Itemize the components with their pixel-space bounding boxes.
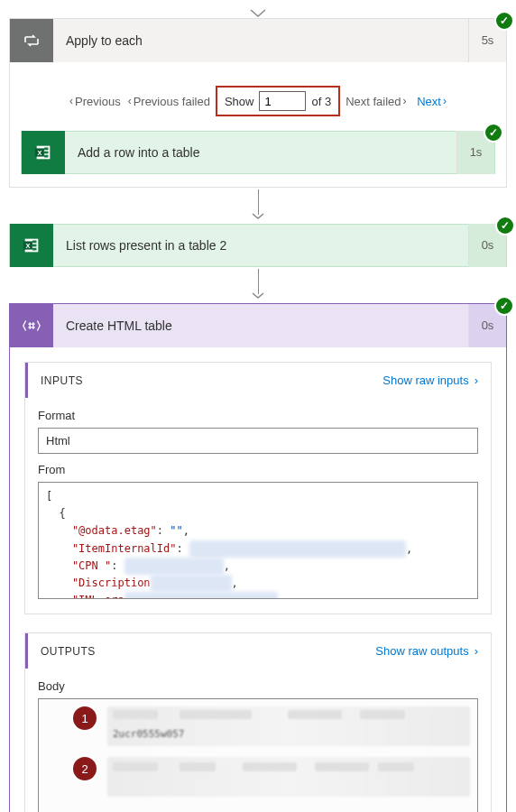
- format-value: Html: [38, 428, 478, 454]
- excel-icon: X: [10, 224, 53, 267]
- next-failed-button[interactable]: Next failed›: [346, 95, 408, 108]
- annotation-badge-2: 2: [73, 757, 97, 780]
- create-html-title: Create HTML table: [53, 318, 468, 333]
- inputs-heading: INPUTS: [41, 374, 382, 387]
- table-row: 1 2ucr0555w057: [46, 706, 470, 746]
- list-rows-title: List rows present in a table 2: [53, 238, 468, 253]
- previous-button[interactable]: ‹Previous: [68, 95, 121, 108]
- svg-rect-8: [32, 245, 37, 247]
- data-operation-icon: [10, 304, 53, 347]
- svg-text:X: X: [25, 242, 30, 250]
- svg-rect-2: [44, 152, 49, 154]
- svg-rect-9: [32, 248, 37, 251]
- outputs-heading: OUTPUTS: [41, 645, 375, 658]
- svg-rect-3: [44, 155, 49, 158]
- from-label: From: [38, 463, 478, 476]
- chevron-right-icon: ›: [475, 374, 478, 387]
- excel-icon: X: [22, 131, 65, 174]
- format-label: Format: [38, 409, 478, 422]
- success-badge: ✓: [494, 11, 514, 31]
- apply-to-each-card[interactable]: Apply to each 5s ✓ ‹Previous ‹Previous f…: [9, 18, 507, 188]
- show-raw-outputs-link[interactable]: Show raw outputs ›: [375, 644, 478, 658]
- body-label: Body: [38, 679, 478, 693]
- svg-text:X: X: [37, 149, 41, 157]
- svg-rect-1: [44, 148, 49, 151]
- annotation-badge-1: 1: [73, 706, 97, 730]
- page-indicator: Show of 3: [216, 86, 340, 116]
- svg-rect-7: [32, 241, 37, 244]
- blurred-content: 2ucr0555w057: [107, 706, 470, 746]
- next-button[interactable]: Next›: [414, 95, 448, 108]
- success-badge: ✓: [494, 296, 514, 316]
- loop-icon: [10, 19, 53, 62]
- arrow-connector: [9, 267, 507, 303]
- list-rows-card[interactable]: X List rows present in a table 2 0s ✓: [9, 224, 507, 267]
- table-row: 2: [46, 757, 470, 797]
- success-badge: ✓: [484, 123, 503, 143]
- show-raw-inputs-link[interactable]: Show raw inputs ›: [382, 374, 478, 387]
- create-html-table-card[interactable]: Create HTML table 0s ✓ INPUTS Show raw i…: [9, 303, 507, 812]
- blurred-content: [107, 757, 470, 797]
- apply-to-each-title: Apply to each: [53, 33, 468, 48]
- success-badge: ✓: [495, 216, 515, 235]
- previous-failed-button[interactable]: ‹Previous failed: [126, 95, 210, 108]
- outputs-section: OUTPUTS Show raw outputs › Body 1 2u: [24, 632, 492, 812]
- chevron-right-icon: ›: [475, 644, 478, 658]
- arrow-connector: [9, 188, 507, 224]
- page-input[interactable]: [259, 91, 306, 111]
- add-row-title: Add a row into a table: [65, 145, 456, 160]
- inputs-section: INPUTS Show raw inputs › Format Html Fro…: [24, 362, 492, 614]
- from-code-box[interactable]: [ { "@odata.etag": "", "ItemInternalId":…: [38, 482, 478, 599]
- pager: ‹Previous ‹Previous failed Show of 3 Nex…: [21, 71, 495, 131]
- add-row-card[interactable]: X Add a row into a table 1s ✓: [21, 131, 495, 174]
- body-output-box[interactable]: 1 2ucr0555w057 2: [38, 698, 478, 812]
